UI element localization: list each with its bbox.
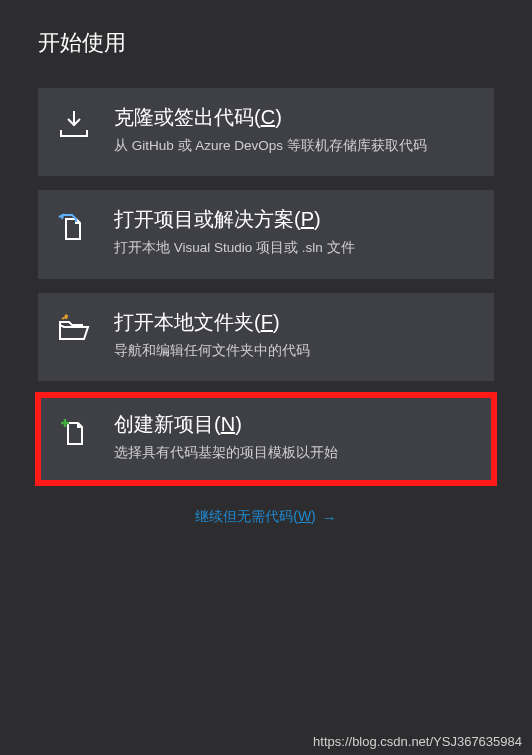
clone-checkout-card[interactable]: 克隆或签出代码(C) 从 GitHub 或 Azure DevOps 等联机存储…	[38, 88, 494, 176]
open-folder-icon	[56, 311, 92, 351]
card-desc: 导航和编辑任何文件夹中的代码	[114, 341, 476, 361]
open-project-card[interactable]: 打开项目或解决方案(P) 打开本地 Visual Studio 项目或 .sln…	[38, 190, 494, 278]
arrow-right-icon: →	[322, 509, 337, 526]
card-desc: 选择具有代码基架的项目模板以开始	[114, 443, 476, 463]
card-desc: 打开本地 Visual Studio 项目或 .sln 文件	[114, 238, 476, 258]
new-project-icon	[56, 413, 92, 453]
page-title: 开始使用	[38, 28, 494, 58]
continue-without-code-link[interactable]: 继续但无需代码(W) →	[195, 508, 337, 526]
card-title: 创建新项目(N)	[114, 411, 476, 437]
watermark: https://blog.csdn.net/YSJ367635984	[313, 734, 522, 749]
clone-icon	[56, 106, 92, 146]
card-title: 打开本地文件夹(F)	[114, 309, 476, 335]
create-project-card[interactable]: 创建新项目(N) 选择具有代码基架的项目模板以开始	[38, 395, 494, 483]
open-project-icon	[56, 208, 92, 248]
card-desc: 从 GitHub 或 Azure DevOps 等联机存储库获取代码	[114, 136, 476, 156]
card-title: 打开项目或解决方案(P)	[114, 206, 476, 232]
start-cards: 克隆或签出代码(C) 从 GitHub 或 Azure DevOps 等联机存储…	[38, 88, 494, 483]
open-folder-card[interactable]: 打开本地文件夹(F) 导航和编辑任何文件夹中的代码	[38, 293, 494, 381]
card-title: 克隆或签出代码(C)	[114, 104, 476, 130]
